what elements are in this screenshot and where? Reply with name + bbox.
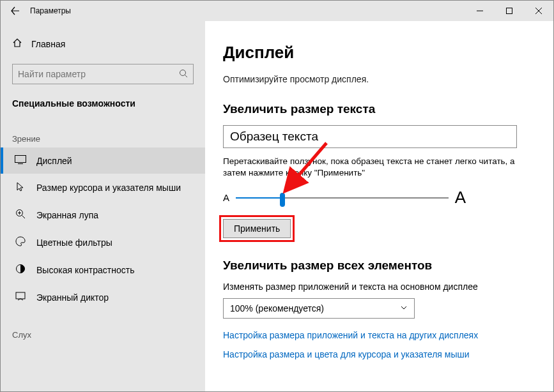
search-input[interactable] <box>18 69 179 79</box>
text-size-heading: Увеличить размер текста <box>223 102 535 116</box>
text-size-slider[interactable] <box>236 192 449 204</box>
svg-rect-1 <box>507 8 512 14</box>
home-icon <box>12 38 22 50</box>
svg-point-2 <box>180 70 186 75</box>
link-other-displays[interactable]: Настройка размера приложений и текста на… <box>223 330 535 340</box>
sidebar-item-label: Экранный диктор <box>36 292 109 303</box>
chevron-down-icon <box>400 303 408 313</box>
svg-rect-4 <box>15 156 26 163</box>
sidebar-section-title: Специальные возможности <box>1 84 205 115</box>
text-size-slider-row: A A <box>223 188 466 207</box>
titlebar: Параметры <box>1 1 553 21</box>
sidebar-item-narrator[interactable]: Экранный диктор <box>1 283 205 311</box>
sidebar-item-display[interactable]: Дисплей <box>1 147 205 174</box>
svg-line-7 <box>22 216 26 219</box>
display-icon <box>15 155 26 166</box>
sidebar-item-label: Размер курсора и указателя мыши <box>36 183 181 193</box>
group-hearing-label: Слух <box>1 311 205 343</box>
back-button[interactable] <box>1 1 30 21</box>
page-subtitle: Оптимизируйте просмотр дисплея. <box>223 74 535 84</box>
maximize-button[interactable] <box>495 1 524 21</box>
sidebar-item-high-contrast[interactable]: Высокая контрастность <box>1 256 205 283</box>
all-elements-heading: Увеличить размер всех элементов <box>223 259 535 273</box>
sidebar-item-label: Дисплей <box>36 156 72 166</box>
link-cursor-settings[interactable]: Настройка размера и цвета для курсора и … <box>223 349 535 359</box>
slider-thumb[interactable] <box>280 193 285 207</box>
search-box[interactable] <box>12 64 194 84</box>
narrator-icon <box>15 291 26 303</box>
scale-dropdown-value: 100% (рекомендуется) <box>230 303 324 313</box>
scale-label: Изменять размер приложений и текста на о… <box>223 282 535 292</box>
window-title: Параметры <box>30 6 71 15</box>
sidebar-item-label: Цветные фильтры <box>36 237 112 248</box>
sidebar-item-label: Экранная лупа <box>36 210 98 220</box>
minimize-button[interactable] <box>465 1 495 21</box>
palette-icon <box>15 236 26 248</box>
slider-track-fill <box>236 197 282 199</box>
cursor-icon <box>15 181 26 193</box>
window-controls <box>465 1 553 21</box>
group-vision-label: Зрение <box>1 115 205 147</box>
contrast-icon <box>15 264 26 276</box>
sidebar: Главная Специальные возможности Зрение Д… <box>1 21 205 391</box>
sample-text-box: Образец текста <box>223 125 517 148</box>
page-title: Дисплей <box>223 43 535 63</box>
home-label: Главная <box>31 39 65 49</box>
slider-hint: Перетаскивайте ползунок, пока образец те… <box>223 156 517 179</box>
sidebar-item-label: Высокая контрастность <box>36 265 134 275</box>
sidebar-item-magnifier[interactable]: Экранная лупа <box>1 201 205 229</box>
slider-max-label: A <box>455 188 466 207</box>
close-button[interactable] <box>524 1 553 21</box>
home-link[interactable]: Главная <box>1 33 205 55</box>
back-arrow-icon <box>11 6 20 15</box>
content: Дисплей Оптимизируйте просмотр дисплея. … <box>205 21 553 391</box>
slider-min-label: A <box>223 192 229 203</box>
sidebar-item-cursor-size[interactable]: Размер курсора и указателя мыши <box>1 174 205 201</box>
search-icon <box>179 69 188 80</box>
sidebar-item-color-filters[interactable]: Цветные фильтры <box>1 229 205 256</box>
apply-button[interactable]: Применить <box>223 219 291 238</box>
magnifier-icon <box>15 209 26 221</box>
svg-rect-11 <box>16 292 25 299</box>
svg-line-3 <box>185 75 188 77</box>
scale-dropdown[interactable]: 100% (рекомендуется) <box>223 298 415 319</box>
